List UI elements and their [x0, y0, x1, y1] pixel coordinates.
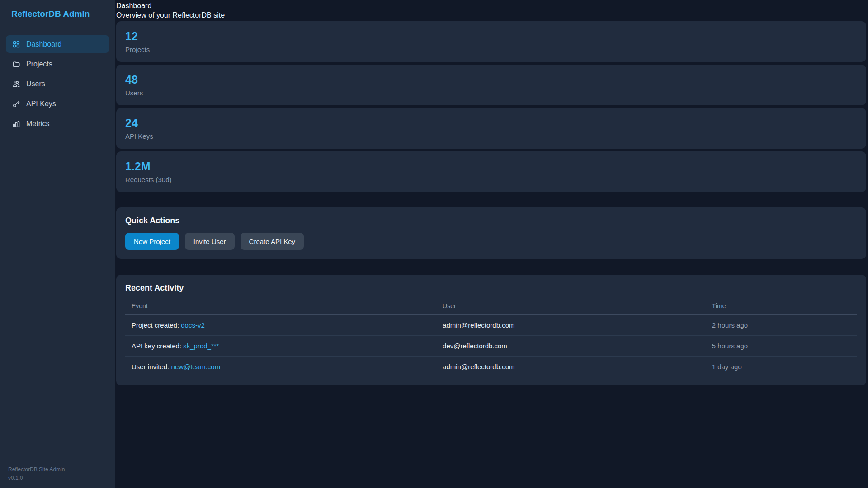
sidebar-nav: Dashboard Projects [0, 27, 115, 132]
stats-section: 12 Projects 48 Users 24 API Keys 1.2M Re… [116, 21, 866, 192]
stat-value: 12 [125, 30, 857, 42]
user-cell: admin@reflectordb.com [436, 315, 706, 336]
event-link[interactable]: sk_prod_*** [183, 342, 219, 350]
sidebar-item-dashboard[interactable]: Dashboard [6, 35, 109, 53]
stat-value: 48 [125, 74, 857, 86]
stat-card-users: 48 Users [116, 65, 866, 105]
stat-label: Requests (30d) [125, 176, 857, 183]
sidebar-footer: ReflectorDB Site Admin v0.1.0 [0, 460, 115, 488]
bar-chart-icon [12, 120, 20, 128]
app-title: ReflectorDB Admin [0, 0, 115, 27]
invite-user-button[interactable]: Invite User [185, 233, 235, 250]
event-cell: Project created: docs-v2 [125, 315, 436, 336]
table-header-row: Event User Time [125, 298, 857, 315]
table-row: API key created: sk_prod_*** dev@reflect… [125, 336, 857, 357]
stat-card-projects: 12 Projects [116, 21, 866, 62]
sidebar-item-metrics[interactable]: Metrics [6, 115, 109, 132]
column-header-user: User [436, 298, 706, 315]
sidebar-item-label: Users [26, 80, 45, 88]
activity-table: Event User Time Project created: docs-v2… [125, 298, 857, 377]
event-link[interactable]: docs-v2 [181, 321, 205, 329]
table-row: Project created: docs-v2 admin@reflector… [125, 315, 857, 336]
dashboard-grid-icon [12, 40, 20, 48]
page-title: Dashboard [116, 1, 866, 10]
stat-value: 1.2M [125, 160, 857, 173]
event-text: Project created: [132, 321, 181, 329]
time-cell: 1 day ago [706, 357, 857, 377]
folder-icon [12, 60, 20, 68]
event-cell: API key created: sk_prod_*** [125, 336, 436, 357]
event-text: API key created: [132, 342, 183, 350]
stat-label: API Keys [125, 132, 857, 140]
new-project-button[interactable]: New Project [125, 233, 179, 250]
sidebar-item-label: Metrics [26, 120, 50, 128]
sidebar-footer-title: ReflectorDB Site Admin [8, 465, 107, 474]
users-icon [12, 80, 20, 88]
sidebar-item-label: Dashboard [26, 40, 61, 48]
main-content: Dashboard Overview of your ReflectorDB s… [115, 0, 868, 488]
stat-card-requests: 1.2M Requests (30d) [116, 151, 866, 192]
event-text: User invited: [132, 363, 171, 371]
stat-card-api-keys: 24 API Keys [116, 108, 866, 149]
column-header-event: Event [125, 298, 436, 315]
recent-activity-title: Recent Activity [125, 283, 857, 293]
time-cell: 5 hours ago [706, 336, 857, 357]
stat-value: 24 [125, 117, 857, 129]
event-cell: User invited: new@team.com [125, 357, 436, 377]
event-link[interactable]: new@team.com [171, 363, 221, 371]
user-cell: dev@reflectordb.com [436, 336, 706, 357]
key-icon [12, 100, 20, 108]
sidebar-item-api-keys[interactable]: API Keys [6, 95, 109, 113]
sidebar-item-users[interactable]: Users [6, 75, 109, 93]
page-header: Dashboard Overview of your ReflectorDB s… [116, 1, 866, 20]
app-version: v0.1.0 [8, 474, 107, 483]
stat-label: Users [125, 89, 857, 97]
app-root: ReflectorDB Admin Dashboard [0, 0, 868, 488]
column-header-time: Time [706, 298, 857, 315]
sidebar-item-label: Projects [26, 60, 52, 68]
sidebar: ReflectorDB Admin Dashboard [0, 0, 115, 488]
time-cell: 2 hours ago [706, 315, 857, 336]
quick-actions-title: Quick Actions [125, 216, 857, 225]
quick-actions-panel: Quick Actions New Project Invite User Cr… [116, 207, 866, 259]
page-subtitle: Overview of your ReflectorDB site [116, 10, 866, 20]
user-cell: admin@reflectordb.com [436, 357, 706, 377]
recent-activity-panel: Recent Activity Event User Time Project … [116, 275, 866, 385]
quick-actions-buttons: New Project Invite User Create API Key [125, 233, 857, 250]
stat-label: Projects [125, 46, 857, 53]
create-api-key-button[interactable]: Create API Key [241, 233, 304, 250]
sidebar-item-label: API Keys [26, 100, 56, 108]
sidebar-item-projects[interactable]: Projects [6, 55, 109, 73]
table-row: User invited: new@team.com admin@reflect… [125, 357, 857, 377]
